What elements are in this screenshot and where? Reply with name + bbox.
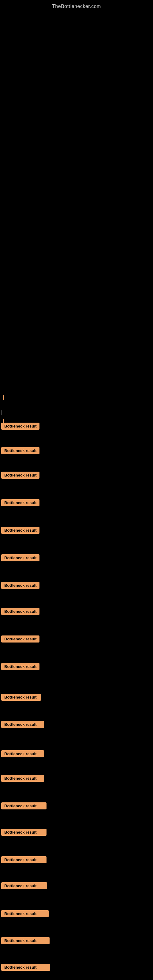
bottleneck-badge-row-11: Bottleneck result bbox=[0, 694, 41, 701]
bottleneck-badge-row-15: Bottleneck result bbox=[0, 802, 46, 810]
bottleneck-badge-18: Bottleneck result bbox=[1, 882, 47, 889]
indicator-2: | bbox=[1, 410, 2, 415]
bottleneck-badge-4: Bottleneck result bbox=[1, 499, 40, 506]
bottleneck-badge-19: Bottleneck result bbox=[1, 910, 49, 917]
bottleneck-badge-15: Bottleneck result bbox=[1, 802, 46, 810]
bottleneck-badge-17: Bottleneck result bbox=[1, 856, 46, 863]
bottleneck-badge-5: Bottleneck result bbox=[1, 527, 40, 534]
bottleneck-badge-row-7: Bottleneck result bbox=[0, 582, 40, 589]
indicator-1: ▐ bbox=[1, 395, 4, 400]
bottleneck-badge-10: Bottleneck result bbox=[1, 663, 40, 670]
bottleneck-badge-7: Bottleneck result bbox=[1, 582, 40, 589]
bottleneck-badge-16: Bottleneck result bbox=[1, 829, 46, 836]
bottleneck-badge-row-3: Bottleneck result bbox=[0, 472, 40, 479]
page-container: TheBottlenecker.com ▐ | ▐ Bottleneck res… bbox=[0, 0, 153, 401]
bottleneck-badge-20: Bottleneck result bbox=[1, 937, 49, 944]
bottleneck-badge-row-17: Bottleneck result bbox=[0, 856, 46, 863]
bottleneck-badge-row-19: Bottleneck result bbox=[0, 910, 49, 917]
bottleneck-badge-row-13: Bottleneck result bbox=[0, 750, 44, 757]
bottleneck-badge-row-14: Bottleneck result bbox=[0, 775, 44, 782]
bottleneck-badge-11: Bottleneck result bbox=[1, 694, 41, 701]
bottleneck-badge-13: Bottleneck result bbox=[1, 750, 44, 757]
bottleneck-badge-row-9: Bottleneck result bbox=[0, 635, 40, 643]
bottleneck-badge-row-6: Bottleneck result bbox=[0, 554, 40, 562]
bottleneck-badge-row-20: Bottleneck result bbox=[0, 937, 49, 944]
bottleneck-badge-21: Bottleneck result bbox=[1, 964, 50, 971]
bottleneck-badge-3: Bottleneck result bbox=[1, 472, 40, 479]
bottleneck-badge-2: Bottleneck result bbox=[1, 447, 40, 454]
bottleneck-badge-row-5: Bottleneck result bbox=[0, 527, 40, 534]
bottleneck-badge-row-12: Bottleneck result bbox=[0, 721, 44, 728]
bottleneck-badge-row-18: Bottleneck result bbox=[0, 882, 47, 889]
site-title: TheBottlenecker.com bbox=[0, 0, 153, 12]
bottleneck-badge-row-16: Bottleneck result bbox=[0, 829, 46, 836]
bottleneck-badge-1: Bottleneck result bbox=[1, 423, 40, 430]
bottleneck-badge-row-1: Bottleneck result bbox=[0, 423, 40, 430]
chart-area bbox=[0, 12, 153, 401]
bottleneck-badge-row-8: Bottleneck result bbox=[0, 608, 40, 615]
bottleneck-badge-6: Bottleneck result bbox=[1, 554, 40, 562]
bottleneck-badge-row-2: Bottleneck result bbox=[0, 447, 40, 454]
bottleneck-badge-12: Bottleneck result bbox=[1, 721, 44, 728]
bottleneck-badge-row-4: Bottleneck result bbox=[0, 499, 40, 506]
bottleneck-badge-row-21: Bottleneck result bbox=[0, 964, 50, 971]
bottleneck-badge-8: Bottleneck result bbox=[1, 608, 40, 615]
bottleneck-badge-9: Bottleneck result bbox=[1, 635, 40, 643]
bottleneck-badge-14: Bottleneck result bbox=[1, 775, 44, 782]
bottleneck-badge-row-10: Bottleneck result bbox=[0, 663, 40, 670]
